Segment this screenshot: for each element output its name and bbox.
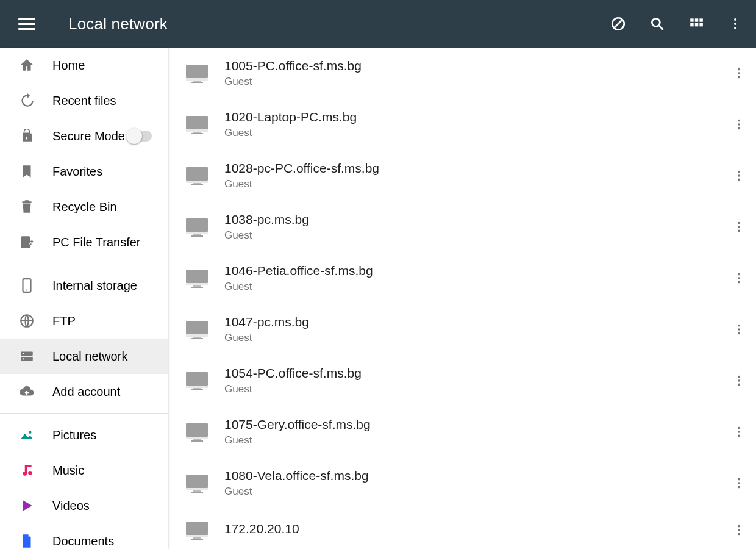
- host-name: 1028-pc-PC.office-sf.ms.bg: [224, 161, 379, 176]
- sidebar-divider: [0, 264, 168, 264]
- sidebar-item-favorites[interactable]: Favorites: [0, 154, 168, 189]
- monitor-icon: [182, 165, 212, 186]
- host-subtext: Guest: [224, 281, 373, 293]
- lock-open-icon: [18, 127, 35, 145]
- app-bar: Local network: [0, 0, 756, 48]
- grid-view-icon[interactable]: [688, 15, 705, 32]
- trash-icon: [18, 198, 35, 215]
- host-row[interactable]: 1038-pc.ms.bg Guest: [168, 201, 756, 253]
- host-row[interactable]: 1020-Laptop-PC.ms.bg Guest: [168, 99, 756, 150]
- page-title: Local network: [68, 15, 168, 34]
- sidebar-item-label: Local network: [52, 350, 127, 364]
- host-name: 1046-Petia.office-sf.ms.bg: [224, 264, 373, 278]
- host-subtext: Guest: [224, 486, 369, 498]
- host-name: 1075-Gery.office-sf.ms.bg: [224, 417, 371, 432]
- monitor-icon: [182, 217, 212, 237]
- monitor-icon: [182, 268, 212, 289]
- sidebar-item-label: PC File Transfer: [52, 235, 140, 249]
- host-name: 1005-PC.office-sf.ms.bg: [224, 59, 362, 73]
- row-overflow-menu[interactable]: [729, 268, 749, 288]
- monitor-icon: [182, 63, 212, 84]
- row-overflow-menu[interactable]: [729, 371, 749, 390]
- host-row[interactable]: 1054-PC.office-sf.ms.bg Guest: [168, 355, 756, 406]
- document-icon: [18, 533, 35, 549]
- host-row[interactable]: 1028-pc-PC.office-sf.ms.bg Guest: [168, 150, 756, 201]
- menu-button[interactable]: [18, 12, 41, 35]
- host-subtext: Guest: [224, 178, 379, 190]
- row-overflow-menu[interactable]: [729, 166, 749, 185]
- monitor-icon: [182, 473, 212, 493]
- monitor-icon: [182, 370, 212, 391]
- sidebar: Home Recent files Secure Mode Favorites …: [0, 48, 168, 549]
- monitor-icon: [182, 422, 212, 442]
- sidebar-item-videos[interactable]: Videos: [0, 488, 168, 523]
- host-name: 1080-Vela.office-sf.ms.bg: [224, 468, 369, 483]
- sidebar-item-internal-storage[interactable]: Internal storage: [0, 268, 168, 303]
- sidebar-item-label: Home: [52, 59, 85, 73]
- row-overflow-menu[interactable]: [729, 320, 749, 339]
- bookmark-icon: [18, 163, 35, 180]
- sidebar-item-label: Secure Mode: [52, 129, 125, 143]
- row-overflow-menu[interactable]: [729, 473, 749, 493]
- host-row[interactable]: 1080-Vela.office-sf.ms.bg Guest: [168, 458, 756, 509]
- sidebar-item-secure-mode[interactable]: Secure Mode: [0, 118, 168, 154]
- sidebar-item-label: Music: [52, 464, 84, 478]
- pc-transfer-icon: [18, 234, 35, 251]
- row-overflow-menu[interactable]: [729, 520, 749, 540]
- globe-icon: [18, 312, 35, 329]
- host-row[interactable]: 172.20.20.10: [168, 509, 756, 549]
- cloud-plus-icon: [18, 383, 35, 400]
- sidebar-divider: [0, 413, 168, 414]
- host-name: 1054-PC.office-sf.ms.bg: [224, 366, 362, 381]
- host-subtext: Guest: [224, 332, 309, 344]
- host-subtext: Guest: [224, 76, 362, 88]
- host-name: 172.20.20.10: [224, 522, 299, 536]
- sidebar-item-label: Pictures: [52, 428, 96, 442]
- host-subtext: Guest: [224, 127, 357, 139]
- sidebar-item-label: Favorites: [52, 165, 102, 179]
- host-name: 1038-pc.ms.bg: [224, 212, 309, 227]
- sidebar-item-label: Recycle Bin: [52, 200, 117, 214]
- sidebar-item-label: Videos: [52, 499, 90, 513]
- host-list[interactable]: 1005-PC.office-sf.ms.bg Guest 1020-Lapto…: [168, 48, 756, 549]
- sidebar-item-home[interactable]: Home: [0, 48, 168, 83]
- sidebar-item-music[interactable]: Music: [0, 453, 168, 488]
- host-subtext: Guest: [224, 434, 371, 447]
- monitor-icon: [182, 520, 212, 540]
- sidebar-item-label: Internal storage: [52, 279, 137, 293]
- sidebar-item-recent-files[interactable]: Recent files: [0, 83, 168, 118]
- home-icon: [18, 57, 35, 74]
- sidebar-item-pc-file-transfer[interactable]: PC File Transfer: [0, 224, 168, 260]
- host-subtext: Guest: [224, 383, 362, 395]
- sidebar-item-pictures[interactable]: Pictures: [0, 417, 168, 453]
- host-row[interactable]: 1046-Petia.office-sf.ms.bg Guest: [168, 253, 756, 304]
- host-row[interactable]: 1005-PC.office-sf.ms.bg Guest: [168, 48, 756, 99]
- host-subtext: Guest: [224, 229, 309, 242]
- server-icon: [18, 348, 35, 365]
- block-icon[interactable]: [610, 15, 627, 32]
- host-row[interactable]: 1075-Gery.office-sf.ms.bg Guest: [168, 406, 756, 458]
- sidebar-item-recycle-bin[interactable]: Recycle Bin: [0, 189, 168, 224]
- sidebar-item-ftp[interactable]: FTP: [0, 303, 168, 339]
- sidebar-item-documents[interactable]: Documents: [0, 523, 168, 549]
- row-overflow-menu[interactable]: [729, 422, 749, 442]
- sidebar-item-label: Recent files: [52, 94, 116, 108]
- monitor-icon: [182, 319, 212, 340]
- sidebar-item-label: Documents: [52, 534, 114, 548]
- row-overflow-menu[interactable]: [729, 63, 749, 83]
- monitor-icon: [182, 114, 212, 135]
- sidebar-item-add-account[interactable]: Add account: [0, 374, 168, 409]
- music-icon: [18, 462, 35, 479]
- host-row[interactable]: 1047-pc.ms.bg Guest: [168, 304, 756, 355]
- pictures-icon: [18, 426, 35, 443]
- overflow-menu-icon[interactable]: [727, 15, 744, 32]
- play-icon: [18, 497, 35, 514]
- secure-mode-toggle[interactable]: [127, 131, 152, 142]
- search-icon[interactable]: [649, 15, 666, 32]
- row-overflow-menu[interactable]: [729, 217, 749, 237]
- phone-icon: [18, 277, 35, 294]
- row-overflow-menu[interactable]: [729, 115, 749, 134]
- history-icon: [18, 92, 35, 109]
- sidebar-item-label: Add account: [52, 385, 120, 399]
- sidebar-item-local-network[interactable]: Local network: [0, 339, 168, 374]
